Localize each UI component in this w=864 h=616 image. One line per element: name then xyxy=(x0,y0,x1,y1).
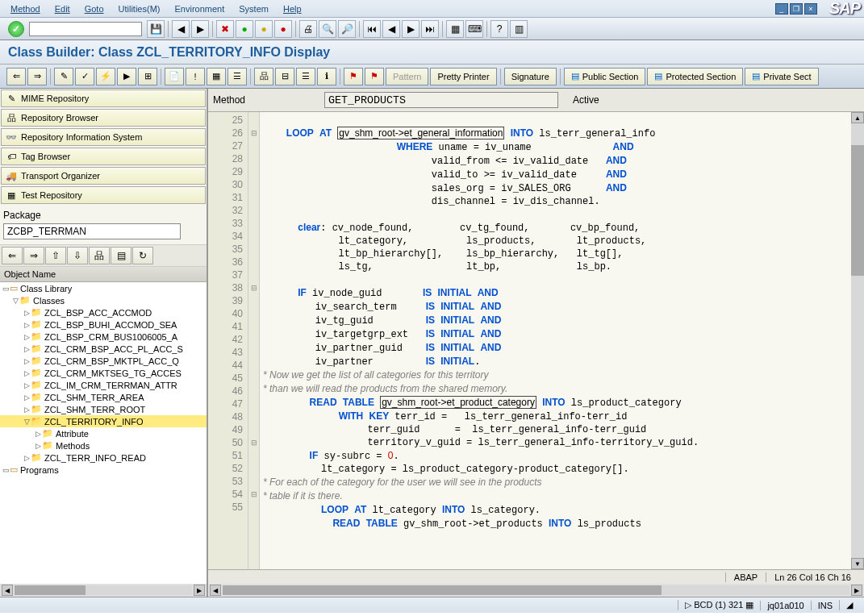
menu-goto[interactable]: Goto xyxy=(78,2,111,15)
tree-classes-folder[interactable]: ▽📁Classes xyxy=(0,294,207,306)
tree-class-zcl_shm_terr_root[interactable]: ▷📁ZCL_SHM_TERR_ROOT xyxy=(0,403,207,415)
object-tree[interactable]: ▭▭Class Library ▽📁Classes ▷📁ZCL_BSP_ACC_… xyxy=(0,282,207,584)
code-editor[interactable]: 2526272829303132333435363738394041424344… xyxy=(208,112,864,569)
nav-up-button[interactable]: ⇧ xyxy=(45,247,66,264)
where-used-button[interactable]: ⊞ xyxy=(138,68,157,85)
tree-class-zcl_crm_bsp_mktpl_acc_q[interactable]: ▷📁ZCL_CRM_BSP_MKTPL_ACC_Q xyxy=(0,355,207,367)
tree-hscrollbar[interactable]: ◀ ▶ xyxy=(0,584,207,597)
mime-repository-button[interactable]: ✎MIME Repository xyxy=(1,89,206,107)
public-section-button[interactable]: ▤Public Section xyxy=(564,68,646,85)
fold-gutter: ⊟⊟⊟⊟ xyxy=(248,112,260,569)
last-page-button[interactable]: ⏭ xyxy=(421,20,439,38)
vscroll-down[interactable]: ▼ xyxy=(851,558,864,569)
method-name-field[interactable] xyxy=(324,92,558,108)
tree-class-zcl_bsp_crm_bus1006005_a[interactable]: ▷📁ZCL_BSP_CRM_BUS1006005_A xyxy=(0,331,207,343)
tree-methods-folder[interactable]: ▷📁Methods xyxy=(0,439,207,452)
nav-doc-button[interactable]: ▤ xyxy=(111,247,131,264)
signature-button[interactable]: Signature xyxy=(504,68,557,85)
nav-left-button[interactable]: ⇐ xyxy=(2,247,23,264)
new-session-button[interactable]: ▦ xyxy=(446,20,464,38)
tree-class-zcl_territory_info[interactable]: ▽📁ZCL_TERRITORY_INFO xyxy=(0,415,207,427)
tree-class-zcl_shm_terr_area[interactable]: ▷📁ZCL_SHM_TERR_AREA xyxy=(0,391,207,403)
private-section-button[interactable]: ▤Private Sect xyxy=(745,68,818,85)
repository-browser-button[interactable]: 品Repository Browser xyxy=(1,109,206,127)
other-object-button[interactable]: 📄 xyxy=(165,68,184,85)
nav-back-button[interactable]: ⇐ xyxy=(6,68,26,85)
next-page-button[interactable]: ▶ xyxy=(402,20,419,38)
code-content[interactable]: LOOP AT gv_shm_root->et_general_informat… xyxy=(260,112,851,569)
breakpoint-button[interactable]: ▦ xyxy=(207,68,226,85)
method-list-button[interactable]: ☰ xyxy=(296,68,315,85)
enhance-button[interactable]: ! xyxy=(186,68,205,85)
menu-method[interactable]: Method xyxy=(4,2,47,15)
test-repository-button[interactable]: ▦Test Repository xyxy=(1,186,206,204)
menu-edit[interactable]: Edit xyxy=(48,2,77,15)
menu-utilities[interactable]: Utilities(M) xyxy=(112,2,167,15)
tree-class-zcl_bsp_buhi_accmod_sea[interactable]: ▷📁ZCL_BSP_BUHI_ACCMOD_SEA xyxy=(0,318,207,331)
save-button[interactable]: 💾 xyxy=(147,20,165,38)
find-button[interactable]: 🔍 xyxy=(319,20,336,38)
tree-class-zcl_terr_info_read[interactable]: ▷📁ZCL_TERR_INFO_READ xyxy=(0,452,207,464)
ehscroll-left[interactable]: ◀ xyxy=(210,585,221,596)
structure-button[interactable]: ☰ xyxy=(227,68,247,85)
back-button[interactable]: ◀ xyxy=(172,20,190,38)
yellow-exit[interactable]: ● xyxy=(255,20,273,38)
vscroll-up[interactable]: ▲ xyxy=(851,112,864,123)
restore-button[interactable]: ❐ xyxy=(790,3,803,15)
nav-down-button[interactable]: ⇩ xyxy=(67,247,88,264)
tag-browser-button[interactable]: 🏷Tag Browser xyxy=(1,148,206,165)
tree-class-zcl_crm_bsp_acc_pl_acc_s[interactable]: ▷📁ZCL_CRM_BSP_ACC_PL_ACC_S xyxy=(0,343,207,355)
cancel-button[interactable]: ✖ xyxy=(216,20,234,38)
hscroll-left[interactable]: ◀ xyxy=(2,585,13,596)
ehscroll-right[interactable]: ▶ xyxy=(851,585,862,596)
print-button[interactable]: 🖨 xyxy=(299,20,317,38)
check-button[interactable]: ✓ xyxy=(75,68,94,85)
close-button[interactable]: × xyxy=(804,3,817,15)
tree-root-class-library[interactable]: ▭▭Class Library xyxy=(0,282,207,294)
pattern-button[interactable]: Pattern xyxy=(386,68,428,85)
package-input[interactable] xyxy=(3,223,181,239)
tree-class-zcl_im_crm_terrman_attr[interactable]: ▷📁ZCL_IM_CRM_TERRMAN_ATTR xyxy=(0,379,207,391)
menu-environment[interactable]: Environment xyxy=(168,2,231,15)
overview-button[interactable]: ⊟ xyxy=(275,68,294,85)
activate-button[interactable]: ⚡ xyxy=(96,68,115,85)
exit-button[interactable]: ▶ xyxy=(191,20,209,38)
minimize-button[interactable]: _ xyxy=(775,3,788,15)
tree-programs-folder[interactable]: ▭▭Programs xyxy=(0,464,207,476)
nav-tree-button[interactable]: 品 xyxy=(89,247,110,264)
hscroll-right[interactable]: ▶ xyxy=(194,585,205,596)
enter-button[interactable]: ✓ xyxy=(8,21,24,37)
menu-system[interactable]: System xyxy=(232,2,275,15)
red-flag2-button[interactable]: ⚑ xyxy=(365,68,384,85)
tree-attribute-folder[interactable]: ▷📁Attribute xyxy=(0,427,207,439)
prev-page-button[interactable]: ◀ xyxy=(382,20,400,38)
info-button[interactable]: ℹ xyxy=(317,68,336,85)
green-back[interactable]: ● xyxy=(236,20,253,38)
pretty-printer-button[interactable]: Pretty Printer xyxy=(430,68,496,85)
first-page-button[interactable]: ⏮ xyxy=(363,20,381,38)
editor-vscrollbar[interactable]: ▲ ▼ xyxy=(851,112,864,569)
test-button[interactable]: ▶ xyxy=(117,68,136,85)
tree-class-zcl_crm_mktseg_tg_acces[interactable]: ▷📁ZCL_CRM_MKTSEG_TG_ACCES xyxy=(0,367,207,379)
help-button[interactable]: ? xyxy=(490,20,508,38)
red-cancel[interactable]: ● xyxy=(274,20,292,38)
find-next-button[interactable]: 🔎 xyxy=(338,20,356,38)
transport-organizer-button[interactable]: 🚚Transport Organizer xyxy=(1,167,206,185)
nav-right-button[interactable]: ⇒ xyxy=(23,247,44,264)
red-flag-button[interactable]: ⚑ xyxy=(344,68,363,85)
display-edit-button[interactable]: ✎ xyxy=(54,68,73,85)
protected-section-button[interactable]: ▤Protected Section xyxy=(647,68,743,85)
nav-refresh-button[interactable]: ↻ xyxy=(132,247,153,264)
nav-forward-button[interactable]: ⇒ xyxy=(27,68,47,85)
shortcut-button[interactable]: ⌨ xyxy=(465,20,483,38)
command-field[interactable] xyxy=(29,22,142,36)
status-resize[interactable]: ◢ xyxy=(839,600,859,610)
hierarchy-button[interactable]: 品 xyxy=(254,68,273,85)
nav-toolbar: ⇐ ⇒ ⇧ ⇩ 品 ▤ ↻ xyxy=(0,244,207,267)
layout-button[interactable]: ▥ xyxy=(510,20,528,38)
editor-position: Ln 26 Col 16 Ch 16 xyxy=(766,572,859,582)
menu-help[interactable]: Help xyxy=(277,2,308,15)
tree-class-zcl_bsp_acc_accmod[interactable]: ▷📁ZCL_BSP_ACC_ACCMOD xyxy=(0,306,207,318)
editor-hscrollbar[interactable]: ◀ ▶ xyxy=(208,584,864,597)
repository-info-system-button[interactable]: 👓Repository Information System xyxy=(1,128,206,146)
